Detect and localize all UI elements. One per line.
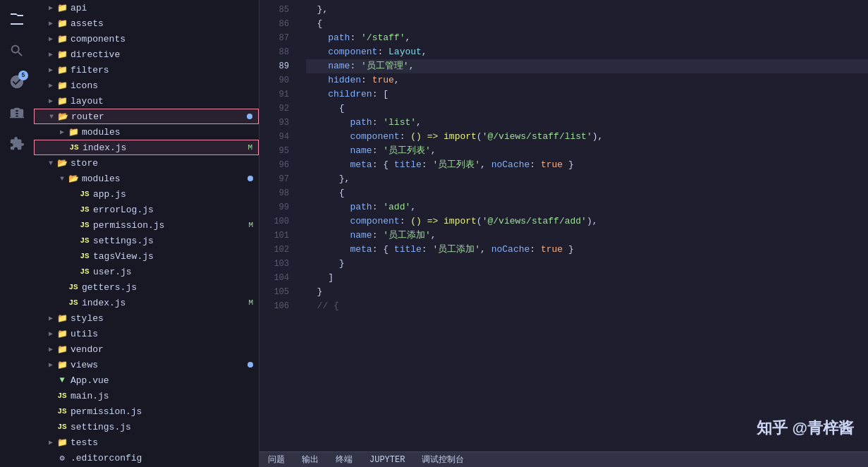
js-file-icon: JS [79,250,90,262]
code-line: meta: { title: '员工列表', noCache: true } [306,158,868,172]
code-line: name: '员工列表', [306,144,868,158]
code-editor[interactable]: 85 86 87 88 89 90 91 92 93 94 95 96 97 9… [259,0,868,451]
chevron-down-icon: ▼ [46,111,57,122]
sidebar-item-router-modules[interactable]: ▶ 📁 modules [34,124,259,140]
status-jupyter[interactable]: JUPYTER [367,452,408,468]
status-bar: 问题 输出 终端 JUPYTER 调试控制台 [259,451,868,467]
sidebar-item-label: settings.js [71,422,259,432]
extensions-icon[interactable] [3,130,31,158]
chevron-right-icon: ▶ [56,126,68,138]
source-control-badge: 5 [18,71,28,80]
sidebar-item-label: icons [71,80,259,91]
sidebar-item-router-index[interactable]: ▶ JS index.js M [34,140,259,155]
search-icon[interactable] [3,37,31,65]
sidebar-item-main-js[interactable]: ▶ JS main.js [34,388,259,404]
sidebar-item-errorlog-js[interactable]: ▶ JS errorLog.js [34,202,259,217]
sidebar-item-label: store [71,158,259,169]
chevron-down-icon: ▼ [45,157,56,169]
line-number: 102 [265,243,289,257]
sidebar-item-layout[interactable]: ▶ 📁 layout [34,93,259,109]
sidebar-item-tests[interactable]: ▶ 📁 tests [34,435,259,450]
code-line: ] [306,271,868,285]
sidebar-item-store[interactable]: ▼ 📂 store [34,155,259,171]
code-line: component: () => import('@/views/staff/l… [306,130,868,144]
status-debug-console[interactable]: 调试控制台 [419,452,467,468]
status-terminal[interactable]: 终端 [333,452,355,468]
sidebar-item-getters-js[interactable]: ▶ JS getters.js [34,279,259,295]
line-number: 92 [265,102,289,116]
sidebar-item-label: permission.js [71,406,259,417]
debug-icon[interactable] [3,99,31,127]
js-file-icon: JS [79,188,90,200]
line-number: 100 [265,214,289,229]
watermark: 知乎 @青梓酱 [757,418,854,439]
folder-open-icon: 📂 [56,157,68,169]
js-file-icon: JS [79,266,90,277]
sidebar-item-settings-js[interactable]: ▶ JS settings.js [34,233,259,248]
sidebar-item-label: directive [71,49,259,60]
code-content[interactable]: 85 86 87 88 89 90 91 92 93 94 95 96 97 9… [259,0,868,451]
sidebar-item-assets[interactable]: ▶ 📁 assets [34,16,259,31]
line-number: 90 [265,73,289,87]
sidebar-item-label: assets [71,18,259,29]
line-number: 86 [265,17,289,31]
chevron-right-icon: ▶ [45,437,56,448]
line-number: 96 [265,158,289,172]
sidebar-item-label: modules [82,127,259,138]
source-control-icon[interactable]: 5 [3,68,31,96]
line-number: 87 [265,31,289,45]
output-label: 输出 [302,454,319,466]
folder-icon: 📁 [56,80,68,91]
sidebar-item-user-js[interactable]: ▶ JS user.js [34,264,259,279]
code-lines[interactable]: }, { path: '/staff', component: Layout, [295,0,868,451]
modified-badge: M [248,221,253,229]
sidebar-item-components[interactable]: ▶ 📁 components [34,31,259,47]
sidebar-item-label: main.js [71,391,259,401]
code-line: component: Layout, [306,45,868,59]
sidebar-item-utils[interactable]: ▶ 📁 utils [34,326,259,341]
sidebar-item-directive[interactable]: ▶ 📁 directive [34,47,259,62]
sidebar-item-filters[interactable]: ▶ 📁 filters [34,62,259,78]
line-number: 106 [265,299,289,313]
sidebar-item-views[interactable]: ▶ 📁 views [34,357,259,372]
sidebar-item-label: styles [71,313,259,324]
line-number: 85 [265,3,289,17]
sidebar-item-store-index-js[interactable]: ▶ JS index.js M [34,295,259,310]
line-number: 98 [265,186,289,200]
sidebar-item-app-vue[interactable]: ▶ ▼ App.vue [34,372,259,388]
sidebar-item-router[interactable]: ▼ 📂 router [34,109,259,124]
sidebar-item-label: views [71,360,247,370]
sidebar-item-label: components [71,34,259,44]
sidebar-item-settings2-js[interactable]: ▶ JS settings.js [34,419,259,435]
line-number: 89 [265,59,289,73]
sidebar-item-label: App.vue [71,375,259,386]
sidebar-item-label: router [71,111,247,122]
files-icon[interactable] [3,6,31,34]
folder-icon: 📁 [56,328,68,339]
folder-icon: 📁 [56,2,68,13]
config-file-icon: ⚙ [56,452,68,463]
code-line: component: () => import('@/views/staff/a… [306,214,868,229]
js-file-icon: JS [68,142,80,153]
sidebar-item-label: utils [71,329,259,339]
sidebar-item-tagsview-js[interactable]: ▶ JS tagsView.js [34,248,259,264]
line-number: 91 [265,87,289,102]
sidebar-item-api[interactable]: ▶ 📁 api [34,0,259,16]
sidebar-item-permission-js[interactable]: ▶ JS permission.js M [34,217,259,233]
folder-icon: 📁 [56,437,68,448]
sidebar-item-styles[interactable]: ▶ 📁 styles [34,310,259,326]
code-line: path: 'list', [306,116,868,130]
status-output[interactable]: 输出 [299,452,322,468]
sidebar-item-store-modules[interactable]: ▼ 📂 modules [34,171,259,186]
sidebar-item-icons[interactable]: ▶ 📁 icons [34,78,259,93]
sidebar-item-label: layout [71,96,259,107]
sidebar-item-app-js[interactable]: ▶ JS app.js [34,186,259,202]
sidebar-item-editorconfig[interactable]: ▶ ⚙ .editorconfig [34,450,259,466]
status-problems[interactable]: 问题 [265,452,288,468]
sidebar-item-permission2-js[interactable]: ▶ JS permission.js [34,404,259,419]
sidebar-item-vendor[interactable]: ▶ 📁 vendor [34,341,259,357]
folder-icon: 📁 [56,33,68,44]
folder-open-icon: 📂 [68,173,79,184]
chevron-right-icon: ▶ [45,313,56,324]
code-line: name: '员工添加', [306,229,868,243]
